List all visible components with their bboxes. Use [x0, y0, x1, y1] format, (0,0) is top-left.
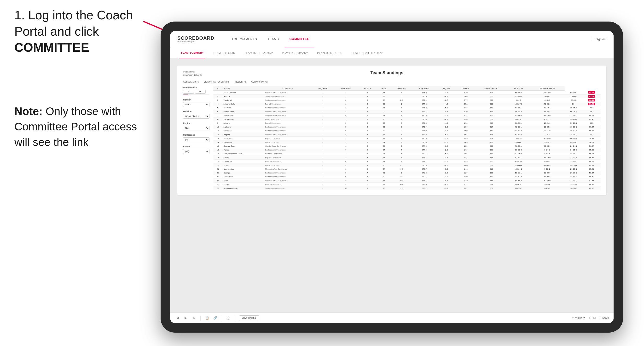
cell-reg-rank: - — [312, 90, 334, 94]
subnav-team-summary[interactable]: TEAM SUMMARY — [180, 47, 205, 58]
cell-avg-par: 276.3 — [412, 117, 436, 121]
cell-avg-score: 258 — [476, 148, 508, 152]
cell-wins: 3 — [391, 125, 412, 129]
cell-record: 30-15-1 — [530, 140, 565, 144]
cell-vs25: 39-20-1 — [565, 117, 582, 121]
cell-record: 9-10-1 — [530, 182, 565, 186]
cell-conference: Southern Conference — [264, 152, 312, 156]
filter-school-select[interactable]: (All) — [183, 149, 210, 154]
cell-rnds: 27 — [377, 136, 391, 140]
toolbar-clock-icon[interactable]: ◯ — [226, 315, 231, 321]
filter-division-label: Division — [183, 110, 210, 113]
cell-vs25: 36-17-1 — [565, 129, 582, 133]
cell-rnds: 7 — [377, 110, 391, 113]
cell-no-tour: 8 — [358, 129, 377, 133]
filter-division-select[interactable]: NCAA Division I — [183, 114, 210, 119]
cell-school: Texas Tech — [222, 136, 264, 140]
cell-reg-rank: - — [312, 113, 334, 117]
subnav-team-h2h-grid[interactable]: TEAM H2H GRID — [212, 47, 236, 58]
cell-overall: 117-4-0 — [507, 94, 530, 98]
cell-overall: 76-29-1 — [507, 144, 530, 148]
sign-out-button[interactable]: Sign out — [591, 37, 606, 41]
cell-conference: Big 12 Conference — [264, 136, 312, 140]
subnav-team-h2h-heatmap[interactable]: TEAM H2H HEATMAP — [243, 47, 274, 58]
cell-rnds: 30 — [377, 175, 391, 178]
sub-navigation: TEAM SUMMARY TEAM H2H GRID TEAM H2H HEAT… — [170, 47, 614, 58]
cell-conf-rank: 1 — [334, 136, 358, 140]
subnav-player-h2h-heatmap[interactable]: PLAYER H2H HEATMAP — [351, 47, 384, 58]
table-row: 21 New Mexico Mountain West Conference -… — [213, 167, 600, 171]
cell-wins: -2.0 — [391, 175, 412, 178]
cell-vs25: 37-30-0 — [565, 178, 582, 182]
cell-conf-rank: 4 — [334, 113, 358, 117]
cell-no-tour: 8 — [358, 133, 377, 136]
cell-pts: 68.71 — [583, 113, 600, 117]
toolbar-forward-icon[interactable]: ▶ — [183, 315, 188, 321]
cell-reg-rank: - — [312, 136, 334, 140]
cell-rnds: 21 — [377, 133, 391, 136]
watch-button[interactable]: 👁 Watch ▼ — [572, 317, 585, 319]
cell-conference: Pac-12 Conference — [264, 102, 312, 106]
cell-avg-sg: -6.7 — [436, 98, 456, 102]
filter-max-input[interactable] — [195, 90, 206, 94]
toolbar-action-3[interactable]: ❐ — [594, 317, 596, 319]
view-original-button[interactable]: View: Original — [239, 315, 259, 320]
toolbar-link-icon[interactable]: 🔗 — [212, 315, 218, 321]
cell-conf-rank: 3 — [334, 121, 358, 125]
subnav-player-summary[interactable]: PLAYER SUMMARY — [281, 47, 309, 58]
cell-avg-par: 278.7 — [412, 167, 436, 171]
cell-reg-rank: - — [312, 186, 334, 190]
cell-no-tour: 8 — [358, 156, 377, 159]
filter-region-select[interactable]: N/A — [183, 126, 210, 130]
cell-no-tour: 8 — [358, 121, 377, 125]
filter-min-input[interactable] — [183, 90, 194, 94]
cell-overall: 90-33-2 — [507, 178, 530, 182]
cell-wins: 1 — [391, 171, 412, 175]
cell-overall: 61-21-0 — [507, 113, 530, 117]
cell-overall: 66-40-1 — [507, 182, 530, 186]
cell-rank: 6 — [213, 110, 222, 113]
cell-conf-rank: 4 — [334, 133, 358, 136]
toolbar-copy-icon[interactable]: 📋 — [204, 315, 210, 321]
filter-conference-select[interactable]: (All) — [183, 137, 210, 142]
cell-rnds: 21 — [377, 171, 391, 175]
filter-conference: Conference: All — [251, 80, 268, 83]
cell-school: Georgia Tech — [222, 144, 264, 148]
cell-vs25: 20-25-1 — [565, 167, 582, 171]
cell-rnds: 28 — [377, 98, 391, 102]
nav-teams[interactable]: TEAMS — [262, 31, 284, 47]
toolbar-action-2[interactable]: □ — [589, 317, 590, 319]
toolbar-refresh-icon[interactable]: ↻ — [191, 315, 196, 321]
cell-low-rd: 2.20 — [456, 110, 475, 113]
filter-gender-select[interactable]: Men's — [183, 102, 210, 107]
toolbar-back-icon[interactable]: ◀ — [175, 315, 180, 321]
cell-low-rd: 1.63 — [456, 148, 475, 152]
filter-conference-section: Conference (All) — [183, 134, 210, 142]
cell-conference: Southeastern Conference — [264, 186, 312, 190]
nav-tournaments[interactable]: TOURNAMENTS — [226, 31, 262, 47]
cell-wins: 4 — [391, 110, 412, 113]
share-label: Share — [602, 317, 609, 319]
cell-pts: 65.91 — [583, 163, 600, 167]
cell-rnds: 23 — [377, 186, 391, 190]
cell-vs25: 38-6-0 — [565, 98, 582, 102]
subnav-player-h2h-grid[interactable]: PLAYER H2H GRID — [316, 47, 344, 58]
cell-avg-sg: -1.8 — [436, 186, 456, 190]
share-button[interactable]: ⋮ Share — [599, 317, 609, 319]
cell-pts: 65.91 — [583, 167, 600, 171]
cell-rank: 26 — [213, 186, 222, 190]
filter-slider[interactable] — [183, 95, 210, 95]
filter-min-rounds-label: Minimum Rou... — [183, 86, 210, 89]
cell-vs25: 11-19-0 — [565, 113, 582, 117]
cell-avg-par: 278.9 — [412, 163, 436, 167]
cell-avg-par: 277.0 — [412, 129, 436, 133]
cell-low-rd: 1.44 — [456, 163, 475, 167]
nav-committee[interactable]: COMMITTEE — [284, 31, 314, 47]
cell-no-tour: 6 — [358, 106, 377, 110]
cell-pts: 58.94 — [583, 136, 600, 140]
cell-low-rd: 2.37 — [456, 106, 475, 110]
filter-gender-section: Gender Men's — [183, 99, 210, 107]
cell-conf-rank: 5 — [334, 182, 358, 186]
cell-low-rd: 1.53 — [456, 159, 475, 163]
table-row: 13 Texas Tech Big 12 Conference - 1 9 27… — [213, 136, 600, 140]
